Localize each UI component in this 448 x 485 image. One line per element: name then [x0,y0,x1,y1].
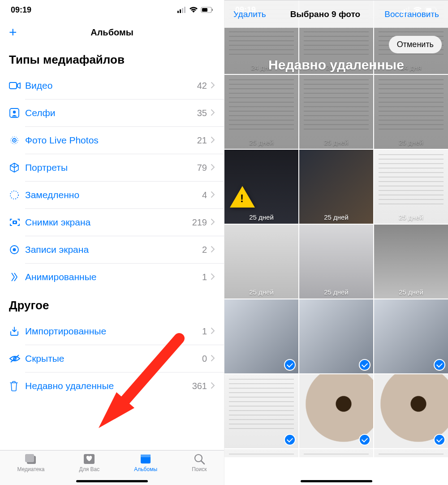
row-count: 1 [202,326,207,337]
svg-rect-5 [202,8,207,12]
chevron-right-icon [211,326,215,337]
record-icon [9,244,25,255]
row-count: 4 [202,190,207,200]
search-icon [194,453,205,465]
photo-thumbnail[interactable] [374,299,448,373]
days-label: 25 дней [324,139,349,146]
svg-rect-28 [404,9,405,13]
svg-rect-7 [9,82,17,89]
photo-thumbnail[interactable]: 25 дней [224,225,298,299]
selected-checkmark-icon [284,359,296,371]
photo-thumbnail[interactable] [374,449,448,457]
row-label: Снимки экрана [25,217,192,228]
phone-right-deleted: 09:19 24 дня24 дня24 дня25 дней25 дней25… [224,0,448,485]
row-count: 21 [197,135,207,146]
row-recently-deleted[interactable]: Недавно удаленные 361 [0,372,224,399]
days-label: 25 дней [324,288,349,296]
svg-rect-32 [426,8,431,12]
photo-thumbnail[interactable] [299,449,373,457]
tab-library[interactable]: Медиатека [17,453,45,472]
days-label: 25 дней [249,139,274,146]
other-list: Импортированные 1 Скрытые 0 Недавно удал… [0,318,224,399]
row-live-photos[interactable]: Фото Live Photos 21 [0,127,224,154]
tab-for-you[interactable]: Для Вас [79,453,100,472]
svg-point-17 [13,248,16,251]
selected-checkmark-icon [359,359,370,371]
add-button[interactable]: + [9,26,17,39]
photo-thumbnail[interactable]: 25 дней [374,75,448,149]
days-label: 25 дней [399,139,423,146]
chevron-right-icon [211,217,215,228]
chevron-right-icon [211,80,215,91]
albums-icon [139,453,152,465]
photo-thumbnail[interactable]: 25 дней [374,225,448,299]
media-types-list: Видео 42 Селфи 35 Фото Live Photos 21 По… [0,72,224,290]
row-animated[interactable]: Анимированные 1 [0,264,224,290]
row-label: Замедленно [25,190,202,200]
svg-line-26 [201,461,204,464]
row-screenshots[interactable]: Снимки экрана 219 [0,209,224,236]
chevron-right-icon [211,272,215,282]
row-count: 219 [192,217,207,228]
svg-point-12 [13,139,15,141]
svg-rect-1 [180,9,181,13]
selfie-icon [9,108,25,118]
photo-thumbnail[interactable]: 25 дней [224,75,298,149]
live-photos-icon [9,135,25,146]
photo-thumbnail[interactable] [299,374,373,448]
row-count: 79 [197,163,207,173]
svg-rect-0 [177,11,179,13]
photo-thumbnail[interactable] [224,449,298,457]
row-portraits[interactable]: Портреты 79 [0,154,224,181]
home-indicator[interactable] [301,480,372,482]
cancel-button[interactable]: Отменить [389,36,442,53]
for-you-icon [83,453,95,465]
days-label: 25 дней [249,288,274,296]
days-label: 25 дней [399,213,423,221]
row-slowmo[interactable]: Замедленно 4 [0,182,224,208]
svg-rect-33 [436,9,437,11]
tab-search[interactable]: Поиск [192,453,207,472]
battery-icon [201,7,213,13]
photo-thumbnail[interactable]: 25 дней [299,75,373,149]
nav-header: + Альбомы [0,20,224,45]
photo-thumbnail[interactable]: 25 дней [299,150,373,224]
days-label: 25 дней [249,213,274,221]
row-imported[interactable]: Импортированные 1 [0,318,224,345]
row-label: Портреты [25,162,197,173]
photo-thumbnail[interactable]: 25 дней [224,150,298,224]
chevron-right-icon [211,162,215,173]
row-label: Фото Live Photos [25,135,197,146]
row-screen-recordings[interactable]: Записи экрана 2 [0,236,224,263]
svg-rect-30 [408,7,409,13]
row-count: 2 [202,245,207,255]
row-video[interactable]: Видео 42 [0,72,224,99]
row-label: Недавно удаленные [25,381,192,391]
slowmo-icon [9,190,25,200]
photo-thumbnail[interactable]: 25 дней [374,150,448,224]
import-icon [9,326,25,337]
photo-thumbnail[interactable] [224,299,298,373]
row-label: Селфи [25,108,197,118]
row-count: 35 [197,108,207,118]
selected-checkmark-icon [359,434,370,446]
row-hidden[interactable]: Скрытые 0 [0,345,224,372]
tab-albums[interactable]: Альбомы [134,453,157,472]
home-indicator[interactable] [76,480,148,482]
animated-icon [9,272,25,282]
row-selfie[interactable]: Селфи 35 [0,100,224,126]
photo-thumbnail[interactable] [299,299,373,373]
library-icon [24,453,38,465]
section-other: Другое [0,290,224,318]
days-label: 25 дней [399,288,423,296]
cellular-icon [401,7,410,13]
photo-thumbnail[interactable] [224,374,298,448]
photo-thumbnail[interactable]: 25 дней [299,225,373,299]
selected-checkmark-icon [434,359,445,371]
status-bar: 09:19 [224,0,448,20]
svg-rect-24 [141,455,151,457]
tab-label: Медиатека [17,466,45,472]
photo-thumbnail[interactable] [374,374,448,448]
row-count: 361 [192,381,207,391]
battery-icon [425,7,437,13]
